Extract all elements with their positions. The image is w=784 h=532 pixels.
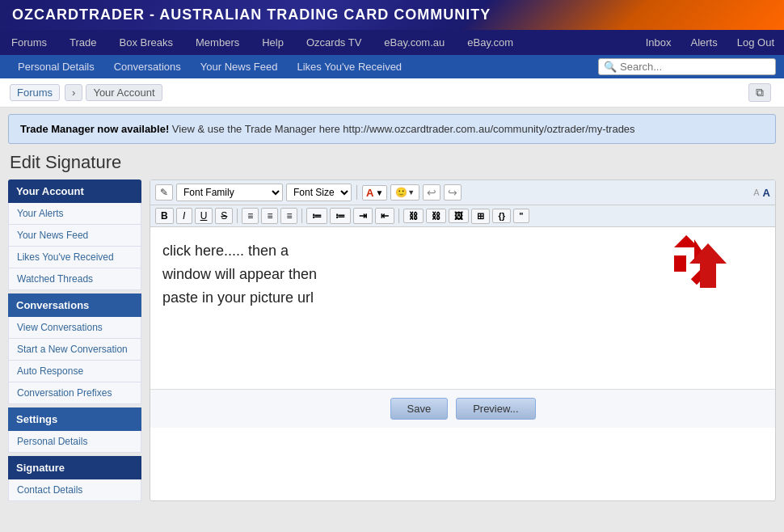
subnav-news-feed[interactable]: Your News Feed: [191, 56, 288, 78]
nav-alerts[interactable]: Alerts: [681, 30, 727, 55]
underline-button[interactable]: U: [195, 208, 213, 224]
nav-links: Forums Trade Box Breaks Members Help Ozc…: [0, 30, 525, 55]
nav-help[interactable]: Help: [251, 30, 295, 55]
table-button[interactable]: ⊞: [471, 209, 490, 224]
toolbar-divider-1: [356, 185, 357, 200]
search-icon: 🔍: [604, 61, 617, 73]
format-button[interactable]: ✎: [155, 184, 173, 201]
nav-ebay[interactable]: eBay.com: [456, 30, 525, 55]
trade-banner: Trade Manager now available! View & use …: [8, 114, 776, 144]
svg-marker-5: [689, 243, 727, 288]
font-family-select[interactable]: Font Family Arial Times New Roman Courie…: [176, 184, 283, 201]
undo-button[interactable]: ↩: [423, 184, 440, 201]
main-layout: Your Account Your Alerts Your News Feed …: [8, 179, 776, 501]
indent-button[interactable]: ⇥: [353, 208, 373, 224]
nav-ozcards-tv[interactable]: Ozcards TV: [295, 30, 373, 55]
search-box[interactable]: 🔍: [598, 58, 776, 75]
outdent-button[interactable]: ⇤: [375, 208, 394, 224]
sidebar-section-signature: Signature: [8, 456, 141, 479]
save-button[interactable]: Save: [390, 398, 449, 420]
code-button[interactable]: {}: [492, 209, 511, 223]
nav-forums[interactable]: Forums: [0, 30, 58, 55]
link-button[interactable]: ⛓: [403, 209, 424, 223]
trade-banner-bold: Trade Manager now available!: [20, 123, 169, 135]
top-banner: OZCARDTRADER - AUSTRALIAN TRADING CARD C…: [0, 0, 784, 30]
content-area: ✎ Font Family Arial Times New Roman Cour…: [150, 179, 776, 501]
nav-ebay-au[interactable]: eBay.com.au: [373, 30, 456, 55]
align-right-button[interactable]: ≡: [280, 208, 297, 224]
upload-arrow-icon: [686, 239, 731, 298]
subnav-conversations[interactable]: Conversations: [104, 56, 191, 78]
site-title: OZCARDTRADER - AUSTRALIAN TRADING CARD C…: [12, 6, 491, 23]
sidebar-header-account: Your Account: [8, 179, 141, 203]
breadcrumb-forums[interactable]: Forums: [10, 84, 60, 101]
sidebar-item-contact-details[interactable]: Contact Details: [8, 479, 141, 501]
search-input[interactable]: [620, 61, 770, 73]
nav-box-breaks[interactable]: Box Breaks: [108, 30, 184, 55]
quote-button[interactable]: ": [513, 209, 529, 223]
sidebar-item-new-conversation[interactable]: Start a New Conversation: [8, 339, 141, 361]
sidebar-item-conversation-prefixes[interactable]: Conversation Prefixes: [8, 382, 141, 404]
nav-logout[interactable]: Log Out: [727, 30, 784, 55]
chevron-down-icon[interactable]: ▼: [375, 188, 383, 197]
instruction-line3: paste in your picture url: [162, 289, 314, 306]
format-indicator: A: [763, 187, 770, 199]
sub-nav-links: Personal Details Conversations Your News…: [8, 56, 411, 78]
sidebar-item-personal-details[interactable]: Personal Details: [8, 431, 141, 453]
redo-button[interactable]: ↪: [444, 184, 462, 201]
strikethrough-button[interactable]: S: [215, 208, 233, 224]
align-left-button[interactable]: ≡: [242, 208, 259, 224]
sidebar: Your Account Your Alerts Your News Feed …: [8, 179, 141, 501]
sidebar-item-view-conversations[interactable]: View Conversations: [8, 317, 141, 339]
toolbar-divider-3: [301, 209, 302, 223]
toolbar-divider-4: [398, 209, 399, 223]
font-size-select[interactable]: Font Size 8 10 12 14 16 18 24: [286, 184, 352, 201]
external-link-icon[interactable]: ⧉: [748, 83, 771, 102]
resize-icon: A: [753, 188, 759, 197]
preview-button[interactable]: Preview...: [456, 398, 535, 420]
page-title: Edit Signature: [10, 152, 774, 173]
toolbar-divider-2: [237, 209, 238, 223]
editor-content[interactable]: click here..... then a window will appea…: [150, 227, 775, 389]
editor-toolbar-row1: ✎ Font Family Arial Times New Roman Cour…: [150, 180, 775, 205]
sidebar-item-watched-threads[interactable]: Watched Threads: [8, 268, 141, 290]
image-button[interactable]: 🖼: [449, 209, 469, 223]
subnav-likes[interactable]: Likes You've Received: [287, 56, 411, 78]
nav-inbox[interactable]: Inbox: [636, 30, 681, 55]
nav-bar: Forums Trade Box Breaks Members Help Ozc…: [0, 30, 784, 55]
sidebar-section-settings: Settings: [8, 407, 141, 431]
subnav-personal-details[interactable]: Personal Details: [8, 56, 104, 78]
editor-footer: Save Preview...: [150, 389, 775, 428]
nav-members[interactable]: Members: [184, 30, 251, 55]
breadcrumb: Forums › Your Account ⧉: [0, 78, 784, 108]
breadcrumb-arrow: ›: [65, 84, 82, 101]
unordered-list-button[interactable]: ≔: [306, 208, 327, 224]
sidebar-item-auto-response[interactable]: Auto Response: [8, 361, 141, 382]
font-color-button[interactable]: A ▼: [362, 185, 387, 201]
trade-banner-text: View & use the Trade Manager here http:/…: [172, 123, 635, 135]
breadcrumb-your-account: Your Account: [86, 84, 162, 101]
sidebar-item-likes[interactable]: Likes You've Received: [8, 247, 141, 268]
ordered-list-button[interactable]: ≔: [330, 208, 351, 224]
nav-right: Inbox Alerts Log Out: [636, 30, 784, 55]
sidebar-item-your-news-feed[interactable]: Your News Feed: [8, 225, 141, 247]
italic-button[interactable]: I: [176, 208, 192, 224]
align-center-button[interactable]: ≡: [261, 208, 278, 224]
nav-trade[interactable]: Trade: [58, 30, 107, 55]
sub-nav: Personal Details Conversations Your News…: [0, 55, 784, 78]
sidebar-section-conversations: Conversations: [8, 293, 141, 317]
font-color-letter: A: [366, 187, 373, 199]
instruction-line2: window will appear then: [162, 266, 317, 282]
emoji-button[interactable]: 🙂 ▼: [390, 184, 419, 201]
instruction-line1: click here..... then a: [162, 243, 289, 259]
bold-button[interactable]: B: [155, 208, 174, 224]
svg-rect-3: [674, 255, 686, 272]
editor-toolbar-row2: B I U S ≡ ≡ ≡ ≔ ≔ ⇥ ⇤ ⛓ ⛓ 🖼 ⊞ {} ": [150, 205, 775, 227]
sidebar-item-your-alerts[interactable]: Your Alerts: [8, 203, 141, 225]
unlink-button[interactable]: ⛓: [426, 209, 446, 223]
